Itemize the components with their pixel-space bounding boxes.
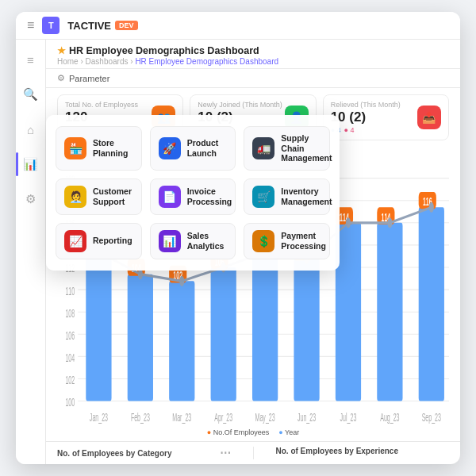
chart-legend: ● No.Of Employees ● Year [57,428,449,436]
bar-may [252,252,278,401]
svg-text:110: 110 [65,283,75,298]
reporting-icon: 📈 [64,230,86,252]
svg-text:102: 102 [65,373,75,387]
trend-dot-sep [429,202,434,213]
bottom-row: No. of Employees by Category ⋯ No. of Em… [46,441,460,464]
bottom-dots-category[interactable]: ⋯ [220,447,231,459]
supply-chain-icon: 🚛 [252,137,274,159]
star-icon: ★ [57,45,66,56]
svg-text:100: 100 [65,395,75,409]
stat-label-relieved: Relieved (This Month) [331,101,401,109]
trend-dot-aug [387,217,392,228]
bar-feb [128,274,153,401]
dropdown-overlay: 🏪 Store Planning 🚀 Product Launch 🚛 Supp… [46,115,340,271]
dropdown-item-reporting[interactable]: 📈 Reporting [56,223,142,259]
stat-icon-relieved: 📤 [417,106,441,129]
dropdown-item-payment-processing[interactable]: 💲 Payment Processing [244,223,330,259]
env-badge: DEV [115,21,138,30]
svg-text:Sep_23: Sep_23 [422,410,442,424]
customer-support-label: Customer Support [93,186,133,206]
dropdown-item-invoice-processing[interactable]: 📄 Invoice Processing [150,178,236,215]
stat-card-relieved: Relieved (This Month) 10 (2) ● 4 ● 4 📤 [323,94,449,140]
store-planning-icon: 🏪 [64,137,86,159]
store-planning-label: Store Planning [93,138,133,158]
trend-dot-mar [179,276,184,286]
sales-analytics-icon: 📊 [159,230,181,252]
svg-text:Jan_23: Jan_23 [90,410,108,424]
sidebar-item-home[interactable]: ⌂ [19,117,43,141]
supply-chain-label: Supply Chain Management [281,133,332,163]
legend-employees: ● No.Of Employees [207,428,269,436]
product-launch-icon: 🚀 [159,137,181,159]
inventory-management-label: Inventory Management [281,186,332,206]
bar-sep [419,207,444,401]
legend-year: ● Year [278,428,299,436]
svg-text:May_23: May_23 [255,410,275,424]
bar-aug [377,223,402,401]
bar-mar [169,281,194,401]
breadcrumb: Home › Dashboards › HR Employee Demograp… [57,57,449,66]
bottom-item-category: No. of Employees by Category ⋯ [57,447,231,459]
svg-text:Jun_23: Jun_23 [298,410,316,424]
stat-value-relieved: 10 (2) [331,109,401,125]
svg-text:Mar_23: Mar_23 [172,410,191,424]
topbar: ≡ T TACTIVE DEV [16,12,460,40]
dropdown-item-supply-chain[interactable]: 🚛 Supply Chain Management [244,126,330,171]
payment-processing-label: Payment Processing [281,231,326,251]
divider [253,447,254,459]
svg-text:Aug_23: Aug_23 [380,410,400,424]
sidebar-item-search[interactable]: 🔍 [19,83,43,106]
invoice-processing-icon: 📄 [159,186,181,208]
invoice-processing-label: Invoice Processing [187,186,232,206]
sidebar-item-settings[interactable]: ⚙ [19,187,43,211]
sidebar-item-chart[interactable]: 📊 [19,152,43,176]
svg-text:Jul_23: Jul_23 [340,410,357,424]
bar-jan [86,252,111,401]
stat-label-total: Total No. of Employess [65,101,138,109]
svg-text:104: 104 [65,351,75,365]
dropdown-item-sales-analytics[interactable]: 📊 Sales Analytics [150,223,236,259]
customer-support-icon: 🧑‍💼 [64,186,86,208]
main-window: ≡ T TACTIVE DEV ≡ 🔍 ⌂ 📊 ⚙ ★ HR Employee … [16,12,460,464]
svg-text:106: 106 [65,328,75,343]
page-title: ★ HR Employee Demographics Dashboard [57,45,449,56]
reporting-label: Reporting [93,236,132,246]
app-name: TACTIVE DEV [67,20,137,32]
bottom-item-experience: No. of Employees by Experience [276,447,450,459]
sales-analytics-label: Sales Analytics [187,231,228,251]
bar-jun [294,259,319,401]
trend-dot-feb [138,269,143,279]
hamburger-icon[interactable]: ≡ [27,18,34,33]
bar-apr [211,267,236,401]
params-bar: ⚙ Parameter [46,69,460,88]
inventory-management-icon: 🛒 [252,186,274,208]
payment-processing-icon: 💲 [252,230,274,252]
dropdown-item-inventory-management[interactable]: 🛒 Inventory Management [244,178,330,215]
dropdown-item-customer-support[interactable]: 🧑‍💼 Customer Support [56,178,142,215]
gear-icon: ⚙ [57,73,65,83]
product-launch-label: Product Launch [187,138,228,158]
svg-text:Apr_23: Apr_23 [214,410,232,424]
dropdown-item-product-launch[interactable]: 🚀 Product Launch [150,126,236,171]
stat-sub-relieved: ● 4 ● 4 [331,126,401,134]
sidebar: ≡ 🔍 ⌂ 📊 ⚙ [16,40,46,464]
sidebar-item-hamburger[interactable]: ≡ [19,48,43,71]
trend-dot-jul [346,217,351,228]
svg-text:108: 108 [65,306,75,321]
breadcrumb-bar: ★ HR Employee Demographics Dashboard Hom… [46,40,460,69]
svg-text:Feb_23: Feb_23 [131,410,150,424]
stat-label-joined: Newly Joined (This Month) [198,101,282,109]
logo-icon: T [42,17,60,34]
dropdown-item-store-planning[interactable]: 🏪 Store Planning [56,126,142,171]
